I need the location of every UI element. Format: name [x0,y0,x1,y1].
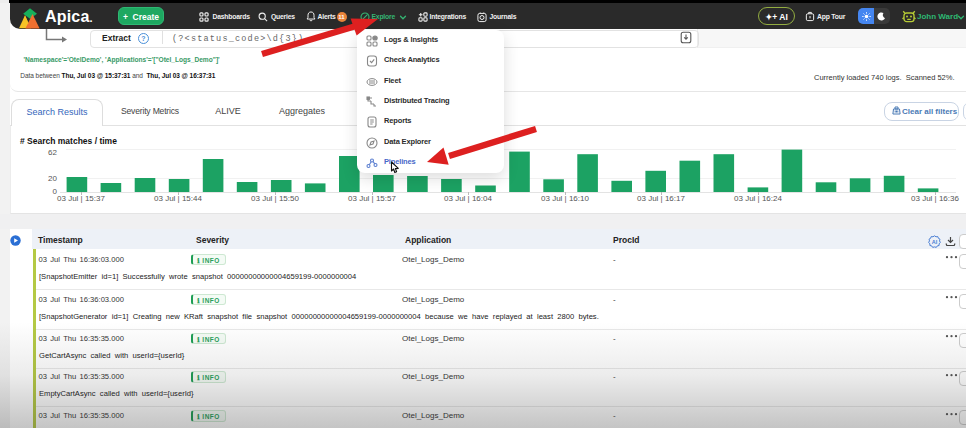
svg-text:AI: AI [932,239,938,245]
